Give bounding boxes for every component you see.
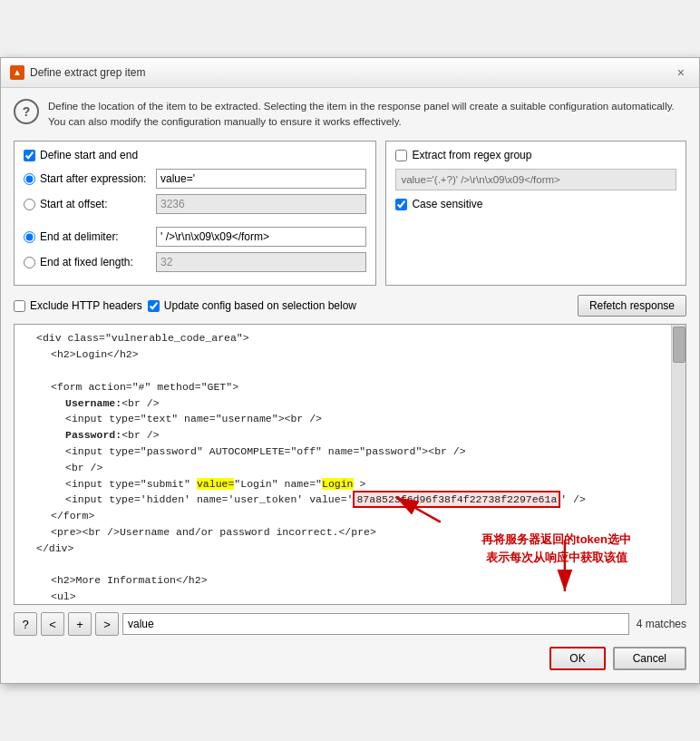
exclude-http-label: Exclude HTTP headers: [30, 299, 142, 312]
case-sensitive-checkbox-label[interactable]: Case sensitive: [395, 198, 482, 210]
code-line-10: <input type="submit" value="Login" name=…: [22, 476, 678, 492]
define-start-end-checkbox-label[interactable]: Define start and end: [24, 149, 138, 161]
help-button[interactable]: ?: [14, 612, 37, 636]
code-panel: <div class="vulnerable_code_area"> <h2>L…: [14, 324, 686, 605]
highlight-login: Login: [322, 478, 354, 490]
highlight-token: 87a8523f6d96f38f4f22738f2297e61a: [353, 491, 560, 508]
left-panel: Define start and end Start after express…: [14, 141, 376, 286]
search-input[interactable]: [122, 613, 629, 635]
end-fixed-input[interactable]: [156, 252, 366, 272]
app-icon: ▲: [10, 65, 24, 80]
update-config-checkbox-label[interactable]: Update config based on selection below: [148, 299, 356, 312]
dialog: ▲ Define extract grep item × ? Define th…: [0, 57, 700, 685]
cancel-button[interactable]: Cancel: [613, 647, 686, 670]
help-text: Define the location of the item to be ex…: [48, 99, 686, 131]
annotation-line2: 表示每次从响应中获取该值: [486, 551, 627, 564]
end-delimiter-label: End at delimiter:: [40, 230, 119, 243]
code-line-5: Username:<br />: [22, 395, 678, 412]
next-button[interactable]: >: [95, 612, 119, 636]
end-fixed-radio-label[interactable]: End at fixed length:: [24, 256, 151, 268]
code-line-6: <input type="text" name="username"><br /…: [22, 411, 678, 427]
regex-group-checkbox-label[interactable]: Extract from regex group: [395, 149, 531, 161]
refetch-button[interactable]: Refetch response: [578, 295, 686, 317]
end-delimiter-row: End at delimiter:: [24, 227, 366, 247]
annotation-line1: 再将服务器返回的token选中: [481, 532, 631, 546]
start-at-row: Start at offset:: [24, 194, 366, 214]
end-fixed-radio[interactable]: [24, 257, 35, 268]
panels-row: Define start and end Start after express…: [14, 141, 686, 286]
right-panel: Extract from regex group Case sensitive: [385, 141, 686, 286]
exclude-http-checkbox-label[interactable]: Exclude HTTP headers: [14, 299, 142, 312]
right-panel-header: Extract from regex group: [395, 149, 676, 161]
regex-group-checkbox[interactable]: [395, 150, 407, 161]
highlight-value-1: value=: [197, 478, 234, 490]
code-line-11: <input type='hidden' name='user_token' v…: [22, 492, 678, 508]
scrollbar-thumb[interactable]: [673, 327, 685, 363]
code-line-2: <h2>Login</h2>: [22, 346, 678, 363]
end-delimiter-radio-label[interactable]: End at delimiter:: [24, 230, 151, 243]
start-at-input[interactable]: [156, 194, 366, 214]
case-sensitive-checkbox[interactable]: [395, 199, 407, 210]
exclude-http-checkbox[interactable]: [14, 300, 25, 312]
scrollbar[interactable]: [671, 325, 685, 604]
update-config-checkbox[interactable]: [148, 300, 160, 312]
end-delimiter-input[interactable]: [156, 227, 366, 247]
define-start-end-label: Define start and end: [40, 149, 138, 161]
start-at-label: Start at offset:: [40, 198, 107, 210]
update-config-label: Update config based on selection below: [164, 299, 356, 312]
help-row: ? Define the location of the item to be …: [14, 99, 686, 131]
end-fixed-row: End at fixed length:: [24, 252, 366, 272]
end-delimiter-radio[interactable]: [24, 231, 35, 243]
start-at-radio[interactable]: [24, 199, 35, 210]
code-line-12: </form>: [22, 508, 678, 524]
regex-input[interactable]: [395, 169, 676, 190]
start-after-label: Start after expression:: [40, 172, 146, 185]
prev-button[interactable]: <: [41, 612, 64, 636]
ok-button[interactable]: OK: [549, 647, 605, 670]
define-start-end-checkbox[interactable]: [24, 150, 35, 161]
matches-label: 4 matches: [637, 618, 686, 630]
bottom-bar: Exclude HTTP headers Update config based…: [14, 295, 686, 317]
close-button[interactable]: ×: [672, 63, 690, 82]
start-at-radio-label[interactable]: Start at offset:: [24, 198, 151, 210]
code-line-7: Password:<br />: [22, 427, 678, 444]
code-line-16: <h2>More Information</h2>: [22, 572, 678, 589]
start-after-radio[interactable]: [24, 173, 35, 185]
case-sensitive-row: Case sensitive: [395, 198, 676, 210]
code-line-9: <br />: [22, 460, 678, 476]
start-after-row: Start after expression:: [24, 169, 366, 189]
add-button[interactable]: +: [68, 612, 92, 636]
regex-group-label: Extract from regex group: [412, 149, 531, 161]
dialog-title: Define extract grep item: [30, 66, 145, 79]
title-bar: ▲ Define extract grep item ×: [1, 58, 699, 88]
code-line-4: <form action="#" method="GET">: [22, 379, 678, 395]
code-line-8: <input type="password" AUTOCOMPLETE="off…: [22, 444, 678, 460]
case-sensitive-label: Case sensitive: [412, 198, 482, 210]
start-after-radio-label[interactable]: Start after expression:: [24, 172, 151, 185]
search-bar: ? < + > 4 matches: [14, 612, 686, 636]
title-bar-left: ▲ Define extract grep item: [10, 65, 145, 80]
annotation-box: 再将服务器返回的token选中 表示每次从响应中获取该值: [481, 531, 631, 569]
left-panel-header: Define start and end: [24, 149, 366, 161]
end-fixed-label: End at fixed length:: [40, 256, 133, 268]
help-icon: ?: [14, 99, 39, 124]
start-after-input[interactable]: [156, 169, 366, 189]
dialog-footer: OK Cancel: [14, 643, 686, 672]
dialog-body: ? Define the location of the item to be …: [1, 88, 699, 684]
code-line-3: [22, 363, 678, 379]
code-line-1: <div class="vulnerable_code_area">: [22, 330, 678, 346]
code-line-17: <ul>: [22, 589, 678, 604]
